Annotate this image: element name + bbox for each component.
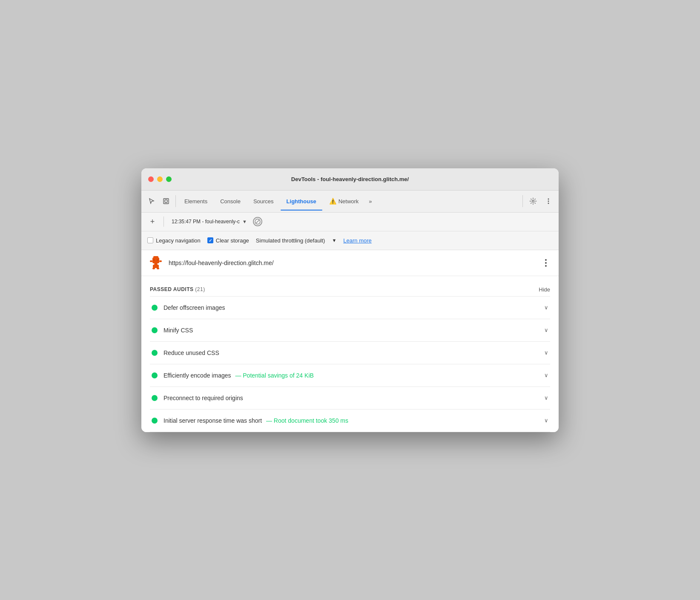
- throttling-dropdown-arrow[interactable]: ▼: [332, 238, 336, 243]
- url-more-options-button[interactable]: [540, 257, 552, 269]
- svg-rect-0: [164, 199, 169, 204]
- clear-storage-checkbox[interactable]: [207, 237, 213, 243]
- svg-point-4: [548, 201, 549, 202]
- audit-label: Efficiently encode images — Potential sa…: [164, 372, 539, 379]
- svg-line-7: [255, 220, 259, 224]
- secondary-toolbar: + 12:35:47 PM - foul-heavenly-c ▼: [141, 213, 559, 231]
- tab-bar: Elements Console Sources Lighthouse ⚠️ N…: [141, 190, 559, 213]
- chevron-down-icon: ∨: [544, 304, 548, 311]
- window-controls: [148, 176, 172, 182]
- layers-icon[interactable]: [159, 194, 173, 208]
- close-button[interactable]: [148, 176, 154, 182]
- settings-icon[interactable]: [526, 194, 540, 208]
- svg-rect-13: [153, 265, 159, 268]
- titlebar: DevTools - foul-heavenly-direction.glitc…: [141, 168, 559, 190]
- chevron-down-icon: ∨: [544, 349, 548, 356]
- session-selector[interactable]: 12:35:47 PM - foul-heavenly-c ▼: [169, 217, 250, 226]
- chevron-down-icon: ∨: [544, 372, 548, 378]
- tab-network[interactable]: ⚠️ Network: [323, 195, 365, 207]
- audit-pass-indicator: [152, 372, 158, 378]
- svg-point-17: [157, 259, 158, 261]
- add-session-button[interactable]: +: [146, 216, 158, 228]
- chevron-down-icon: ∨: [544, 395, 548, 401]
- audit-pass-indicator: [152, 327, 158, 333]
- tab-lighthouse[interactable]: Lighthouse: [281, 196, 322, 207]
- audit-pass-indicator: [152, 305, 158, 311]
- svg-point-16: [153, 259, 155, 261]
- clear-storage-label[interactable]: Clear storage: [207, 237, 249, 244]
- audit-label: Preconnect to required origins: [164, 395, 539, 401]
- audit-list: Defer offscreen images ∨ Minify CSS ∨ Re…: [150, 296, 550, 432]
- window-title: DevTools - foul-heavenly-direction.glitc…: [291, 176, 409, 182]
- audits-title: PASSED AUDITS (21): [150, 286, 205, 292]
- audit-item-efficiently-encode[interactable]: Efficiently encode images — Potential sa…: [150, 364, 550, 387]
- audit-label: Reduce unused CSS: [164, 349, 539, 356]
- tab-elements[interactable]: Elements: [178, 196, 213, 207]
- audit-label: Defer offscreen images: [164, 304, 539, 311]
- minimize-button[interactable]: [157, 176, 163, 182]
- tab-divider-right: [522, 195, 523, 207]
- tab-sources[interactable]: Sources: [247, 196, 280, 207]
- audit-item-reduce-unused-css[interactable]: Reduce unused CSS ∨: [150, 342, 550, 364]
- svg-rect-12: [154, 263, 158, 265]
- audit-label: Initial server response time was short —…: [164, 417, 539, 424]
- audit-label: Minify CSS: [164, 327, 539, 334]
- svg-rect-15: [157, 268, 159, 269]
- svg-point-2: [532, 200, 534, 202]
- learn-more-link[interactable]: Learn more: [343, 237, 371, 244]
- lighthouse-logo-icon: [148, 255, 164, 271]
- page-url: https://foul-heavenly-direction.glitch.m…: [169, 260, 535, 266]
- secondary-divider: [164, 216, 164, 227]
- audits-header: PASSED AUDITS (21) Hide: [150, 286, 550, 293]
- session-dropdown-arrow: ▼: [242, 219, 247, 224]
- session-timestamp: 12:35:47 PM - foul-heavenly-c: [172, 219, 240, 225]
- audit-item-defer-offscreen[interactable]: Defer offscreen images ∨: [150, 297, 550, 319]
- more-options-icon[interactable]: [542, 194, 555, 208]
- main-content: https://foul-heavenly-direction.glitch.m…: [141, 250, 559, 432]
- more-tabs-button[interactable]: »: [365, 196, 375, 207]
- audit-savings: — Potential savings of 24 KiB: [235, 372, 313, 379]
- audit-pass-indicator: [152, 395, 158, 401]
- tab-divider-left: [175, 195, 176, 207]
- audit-pass-indicator: [152, 350, 158, 356]
- options-bar: Legacy navigation Clear storage Simulate…: [141, 231, 559, 250]
- audit-savings: — Root document took 350 ms: [266, 417, 348, 424]
- passed-audits-section: PASSED AUDITS (21) Hide Defer offscreen …: [141, 276, 559, 432]
- devtools-window: DevTools - foul-heavenly-direction.glitc…: [141, 168, 559, 432]
- svg-rect-1: [165, 200, 167, 202]
- throttling-label: Simulated throttling (default): [256, 237, 325, 244]
- warning-icon: ⚠️: [329, 198, 336, 205]
- cursor-icon[interactable]: [145, 194, 158, 208]
- tab-console[interactable]: Console: [214, 196, 247, 207]
- svg-rect-14: [152, 268, 155, 269]
- svg-point-3: [548, 199, 549, 200]
- svg-point-5: [548, 203, 549, 204]
- legacy-navigation-label[interactable]: Legacy navigation: [147, 237, 201, 244]
- chevron-down-icon: ∨: [544, 327, 548, 333]
- url-bar: https://foul-heavenly-direction.glitch.m…: [141, 250, 559, 276]
- audit-item-server-response[interactable]: Initial server response time was short —…: [150, 410, 550, 432]
- toolbar-right: [521, 194, 555, 208]
- audit-item-preconnect[interactable]: Preconnect to required origins ∨: [150, 387, 550, 410]
- audit-pass-indicator: [152, 418, 158, 424]
- svg-rect-11: [159, 260, 162, 262]
- chevron-down-icon: ∨: [544, 417, 548, 424]
- svg-rect-10: [150, 260, 152, 262]
- legacy-navigation-checkbox[interactable]: [147, 237, 153, 243]
- hide-audits-button[interactable]: Hide: [539, 286, 550, 293]
- maximize-button[interactable]: [166, 176, 172, 182]
- audit-item-minify-css[interactable]: Minify CSS ∨: [150, 319, 550, 342]
- block-requests-icon[interactable]: [253, 217, 262, 226]
